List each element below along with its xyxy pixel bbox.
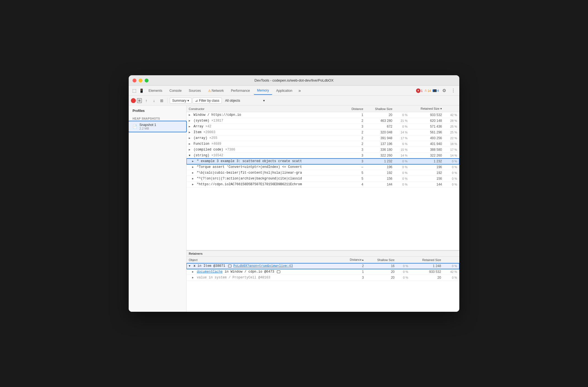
ret-shallow-header[interactable]: Shallow Size	[366, 257, 397, 263]
expand-icon[interactable]: ▶	[192, 276, 194, 279]
table-row[interactable]: ▶ (array) ×255 2 391 948 17 % 493 256 22…	[187, 135, 459, 141]
constructor-cell: ▶ "Torque assert 'Convert<uintptr>(endIn…	[187, 164, 344, 170]
shallow-pct-cell: 14 %	[395, 130, 410, 135]
table-row[interactable]: ▶ "https://cdpn.io2AC766158D5B7507E17015…	[187, 182, 459, 187]
expand-icon[interactable]: ▶	[192, 177, 194, 180]
stop-button[interactable]	[137, 98, 142, 103]
device-icon[interactable]: 📱	[138, 87, 145, 94]
retainer-row[interactable]: ▼ x in Item @38071 PoLdb0X?anon=true&vie…	[187, 263, 459, 269]
table-row[interactable]: ▶ (system) ×13817 2 463 280 21 % 620 148…	[187, 118, 459, 124]
constructor-header[interactable]: Constructor	[187, 106, 344, 112]
shallow-pct-cell: 0 %	[395, 112, 410, 118]
retainers-table-container[interactable]: Object Distance▴ Shallow Size Retained S…	[187, 257, 459, 312]
upload-button[interactable]: ↑	[143, 97, 150, 104]
expand-icon[interactable]: ▶	[192, 160, 194, 163]
warning-badge[interactable]: ⚠ 14	[424, 89, 431, 92]
shallow-pct-cell: 0 %	[395, 124, 410, 130]
ret-shallow-pct-header	[397, 257, 410, 263]
object-header[interactable]: Object	[187, 257, 340, 263]
filter-by-class-button[interactable]: ⊿ Filter by class	[193, 98, 222, 104]
retainers-section: Retainers Object Distance▴ Shallow Size …	[187, 250, 459, 312]
table-row[interactable]: ▼ (string) ×16542 3 322 260 14 % 322 260…	[187, 153, 459, 158]
info-badge[interactable]: ⬛ 4	[433, 89, 439, 92]
window-frame-icon-2	[277, 270, 280, 273]
expand-icon[interactable]: ▶	[192, 183, 194, 186]
settings-button[interactable]: ⚙	[441, 88, 448, 93]
ret-distance-header[interactable]: Distance▴	[340, 257, 366, 263]
tab-elements[interactable]: Elements	[145, 87, 166, 95]
expand-icon[interactable]: ▶	[189, 148, 190, 151]
shallow-size-cell: 156	[365, 176, 395, 182]
all-objects-dropdown[interactable]: All objects ▾	[223, 98, 267, 103]
inspector-icon[interactable]: ⬚	[131, 87, 137, 94]
ret-retained-cell: 933 532	[410, 269, 443, 275]
shallow-size-header[interactable]: Shallow Size	[365, 106, 395, 112]
retained-size-cell: 144	[410, 182, 444, 187]
expand-icon[interactable]: ▶	[189, 119, 190, 122]
tab-console[interactable]: Console	[166, 87, 185, 95]
expand-icon[interactable]: ▼	[189, 154, 190, 157]
window-title: DevTools - codepen.io/web-dot-dev/live/P…	[255, 78, 334, 82]
tab-sources[interactable]: Sources	[185, 87, 204, 95]
close-button[interactable]	[133, 79, 136, 82]
expand-icon[interactable]: ▶	[192, 270, 194, 273]
table-row[interactable]: ▶ Function ×4689 2 137 196 6 % 401 940 1…	[187, 141, 459, 147]
distance-cell: 3	[344, 147, 366, 153]
ret-shallow-cell: 16	[366, 263, 397, 269]
error-badge[interactable]: ✕ 1	[416, 88, 423, 93]
more-options-button[interactable]: ⋮	[449, 88, 457, 93]
info-icon: ⬛	[433, 89, 437, 92]
ret-retained-pct-cell: 0 %	[443, 275, 459, 281]
download-button[interactable]: ↓	[151, 97, 157, 104]
expand-icon[interactable]: ▶	[189, 125, 190, 128]
retainer-row[interactable]: ▶ value in system / PropertyCell @40163 …	[187, 275, 459, 281]
table-row[interactable]: ▶ (compiled code) ×7386 3 336 180 15 % 3…	[187, 147, 459, 153]
constructor-cell: ▶ Array ×42	[187, 124, 344, 130]
tab-performance[interactable]: Performance	[228, 87, 253, 95]
ret-retained-pct-cell: 42 %	[443, 269, 459, 275]
retainer-row[interactable]: ▶ documentCache in Window / cdpn.io @647…	[187, 269, 459, 275]
tab-application[interactable]: Application	[273, 87, 296, 95]
tab-memory[interactable]: Memory	[254, 87, 272, 95]
table-row[interactable]: ▶ Array ×42 3 672 0 % 571 436 25 %	[187, 124, 459, 130]
retained-pct-cell: 0 %	[444, 170, 459, 176]
table-row[interactable]: ▶ "\b(calc|cubic-bezier|fit-content|hsl|…	[187, 170, 459, 176]
retainer-object-cell: ▶ documentCache in Window / cdpn.io @647…	[187, 269, 340, 275]
distance-header[interactable]: Distance	[344, 106, 366, 112]
expand-icon[interactable]: ▶	[189, 143, 190, 146]
shallow-size-cell: 322 260	[365, 153, 395, 158]
expand-icon[interactable]: ▼	[189, 265, 190, 268]
retained-size-cell: 1 232	[410, 158, 444, 164]
maximize-button[interactable]	[145, 79, 149, 82]
more-tabs-button[interactable]: »	[296, 88, 303, 93]
tab-network[interactable]: ⚠ Network	[205, 87, 227, 95]
summary-dropdown[interactable]: Summary ▾	[170, 98, 191, 104]
document-cache-link[interactable]: documentCache	[197, 270, 223, 274]
expand-icon[interactable]: ▶	[192, 166, 194, 169]
table-row[interactable]: ▶ "^(?!on|src|(?:action|archive|backgrou…	[187, 176, 459, 182]
expand-icon[interactable]: ▶	[192, 171, 194, 174]
retainer-link[interactable]: PoLdb0X?anon=true&view=live:43	[233, 264, 293, 268]
warning-icon: ⚠	[208, 89, 211, 93]
snapshot-1-item[interactable]: 📄 Snapshot 1 2.2 MB	[129, 121, 186, 132]
record-button[interactable]	[131, 98, 136, 103]
ret-retained-header[interactable]: Retained Size	[410, 257, 443, 263]
clear-button[interactable]: ⊞	[158, 97, 165, 104]
main-table-container[interactable]: Constructor Distance Shallow Size Retain…	[187, 106, 459, 250]
minimize-button[interactable]	[139, 79, 142, 82]
expand-icon[interactable]: ▶	[189, 114, 190, 117]
constructor-cell: ▶ (system) ×13817	[187, 118, 344, 124]
table-row[interactable]: ▶ Window / https://cdpn.io 1 20 0 % 933 …	[187, 112, 459, 118]
table-row[interactable]: ▶ Item ×20003 2 320 048 14 % 561 296 25 …	[187, 130, 459, 135]
retained-pct-cell: 17 %	[444, 147, 459, 153]
table-row[interactable]: ▶ " example 3 example 3: scattered objec…	[187, 158, 459, 164]
ret-shallow-cell: 20	[366, 269, 397, 275]
ret-shallow-pct-cell: 0 %	[397, 275, 410, 281]
table-header-row: Constructor Distance Shallow Size Retain…	[187, 106, 459, 112]
snapshot-icon: 📄	[133, 124, 137, 129]
retained-pct-cell: 42 %	[444, 112, 459, 118]
expand-icon[interactable]: ▶	[189, 131, 190, 134]
retained-size-header[interactable]: Retained Size ▾	[410, 106, 444, 112]
expand-icon[interactable]: ▶	[189, 137, 190, 140]
table-row[interactable]: ▶ "Torque assert 'Convert<uintptr>(endIn…	[187, 164, 459, 170]
